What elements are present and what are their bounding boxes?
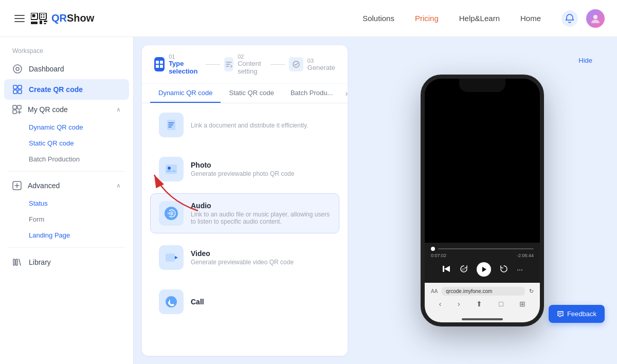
- nav-help[interactable]: Help&Learn: [459, 14, 500, 23]
- steps-header: 01 Type selection 02 Content setting: [142, 45, 348, 84]
- steps-panel: 01 Type selection 02 Content setting: [142, 45, 348, 356]
- svg-rect-1: [32, 14, 35, 17]
- phone-content: [425, 79, 540, 243]
- audio-play-button[interactable]: [477, 262, 491, 277]
- qr-photo-desc: Generate previewable photo QR code: [191, 170, 294, 177]
- advanced-chevron: ∧: [116, 182, 121, 189]
- sidebar-divider: [8, 171, 125, 172]
- dashboard-icon: [12, 64, 23, 74]
- step2-label: Content setting: [238, 60, 266, 75]
- step2-num: 02: [238, 53, 266, 60]
- sidebar-sub-dynamic[interactable]: Dynamic QR code: [0, 119, 133, 135]
- nav-solutions[interactable]: Solutions: [362, 14, 394, 23]
- step1-icon: [154, 57, 165, 71]
- step2-icon: [224, 57, 233, 71]
- svg-rect-6: [43, 16, 45, 18]
- sidebar-sub-static[interactable]: Static QR code: [0, 135, 133, 151]
- tab-batch[interactable]: Batch Produ...: [282, 84, 341, 103]
- qr-item-document[interactable]: Link a document and distribute it effici…: [150, 107, 339, 145]
- advanced-label: Advanced: [28, 181, 60, 190]
- nav-home[interactable]: Home: [520, 14, 541, 23]
- user-avatar[interactable]: [586, 9, 605, 28]
- svg-rect-26: [156, 65, 159, 68]
- addr-forward[interactable]: ›: [458, 300, 460, 308]
- svg-point-11: [593, 15, 597, 19]
- step1-num: 01: [169, 53, 202, 60]
- library-icon: [12, 257, 23, 267]
- svg-rect-20: [13, 110, 16, 114]
- step-3: 03 Generate: [289, 57, 335, 71]
- tabs-bar: Dynamic QR code Static QR code Batch Pro…: [142, 84, 348, 103]
- svg-rect-5: [41, 16, 43, 18]
- svg-rect-23: [16, 259, 17, 265]
- svg-point-12: [13, 65, 22, 73]
- svg-rect-33: [166, 253, 175, 262]
- phone-frame: 0:07:02 -2:06:44: [421, 75, 544, 326]
- sidebar-divider2: [8, 247, 125, 248]
- addr-reload[interactable]: ↻: [529, 288, 534, 295]
- audio-times: 0:07:02 -2:06:44: [431, 253, 534, 258]
- qr-item-audio[interactable]: Audio Link to an audio file or music pla…: [150, 193, 339, 233]
- phone-notch: [459, 79, 505, 92]
- nav-links: Solutions Pricing Help&Learn Home: [362, 14, 541, 23]
- sidebar-item-library[interactable]: Library: [0, 252, 133, 272]
- nav-pricing[interactable]: Pricing: [415, 14, 439, 23]
- qr-item-call[interactable]: Call: [150, 282, 339, 322]
- svg-rect-24: [156, 61, 159, 64]
- qr-audio-desc: Link to an audio file or music player, a…: [191, 211, 331, 225]
- phone-audio-bar: 0:07:02 -2:06:44: [425, 243, 540, 283]
- audio-more[interactable]: ···: [517, 265, 523, 274]
- hide-button[interactable]: Hide: [570, 53, 601, 67]
- addr-url: qrcode.imyfone.com: [442, 287, 525, 296]
- addr-tabs[interactable]: ⊞: [519, 300, 525, 308]
- sidebar-group-advanced[interactable]: Advanced ∧: [0, 176, 133, 195]
- qr-item-video[interactable]: Video Generate previewable video QR code: [150, 238, 339, 278]
- audio-time-left: 0:07:02: [431, 253, 446, 258]
- step-1: 01 Type selection: [154, 53, 202, 75]
- qr-item-photo[interactable]: Photo Generate previewable photo QR code: [150, 149, 339, 189]
- step-divider1: [206, 64, 220, 65]
- addr-share[interactable]: ⬆: [476, 300, 482, 308]
- dashboard-label: Dashboard: [29, 65, 64, 73]
- audio-forward[interactable]: [499, 264, 509, 275]
- svg-rect-18: [13, 105, 16, 109]
- home-bar-indicator: [462, 318, 503, 320]
- sidebar-item-dashboard[interactable]: Dashboard: [0, 59, 133, 79]
- notification-bell[interactable]: [561, 10, 578, 27]
- svg-rect-27: [160, 65, 163, 68]
- tab-static[interactable]: Static QR code: [221, 84, 282, 103]
- tab-chevron[interactable]: ›: [341, 85, 348, 102]
- addr-back[interactable]: ‹: [439, 300, 442, 308]
- addr-bookmarks[interactable]: □: [499, 300, 503, 308]
- sidebar-sub-landing[interactable]: Landing Page: [0, 227, 133, 243]
- audio-line: [438, 248, 534, 249]
- step-2: 02 Content setting: [224, 53, 266, 75]
- qr-doc-desc: Link a document and distribute it effici…: [191, 122, 308, 129]
- sidebar-item-create-qr[interactable]: Create QR code: [4, 79, 129, 100]
- sidebar-sub-status[interactable]: Status: [0, 195, 133, 211]
- svg-rect-30: [166, 165, 177, 174]
- step3-icon: [289, 57, 303, 71]
- sidebar-group-my-qr[interactable]: My QR code ∧: [0, 100, 133, 119]
- svg-rect-16: [13, 90, 17, 94]
- qr-call-title: Call: [191, 298, 204, 306]
- workspace-label: Workspace: [0, 47, 133, 59]
- tab-dynamic[interactable]: Dynamic QR code: [150, 84, 221, 103]
- phone-address-bar: AA qrcode.imyfone.com ↻ ‹ › ⬆ □ ⊞: [425, 283, 540, 312]
- svg-point-13: [16, 67, 19, 70]
- audio-rewind[interactable]: 15: [459, 264, 468, 275]
- svg-rect-8: [40, 21, 42, 24]
- nav-icons: [561, 9, 605, 28]
- hamburger-menu[interactable]: [12, 13, 27, 24]
- step3-num: 03: [307, 58, 335, 64]
- top-navigation: QRShow Solutions Pricing Help&Learn Home: [0, 0, 617, 37]
- addr-aa: AA: [431, 288, 438, 294]
- svg-rect-14: [13, 85, 17, 89]
- sidebar-sub-form[interactable]: Form: [0, 211, 133, 227]
- feedback-button[interactable]: Feedback: [549, 305, 605, 323]
- logo-area: QRShow: [12, 12, 146, 24]
- qr-audio-title: Audio: [191, 202, 331, 210]
- audio-skip-back[interactable]: [442, 264, 451, 275]
- svg-rect-9: [44, 21, 47, 22]
- sidebar-sub-batch[interactable]: Batch Production: [0, 151, 133, 167]
